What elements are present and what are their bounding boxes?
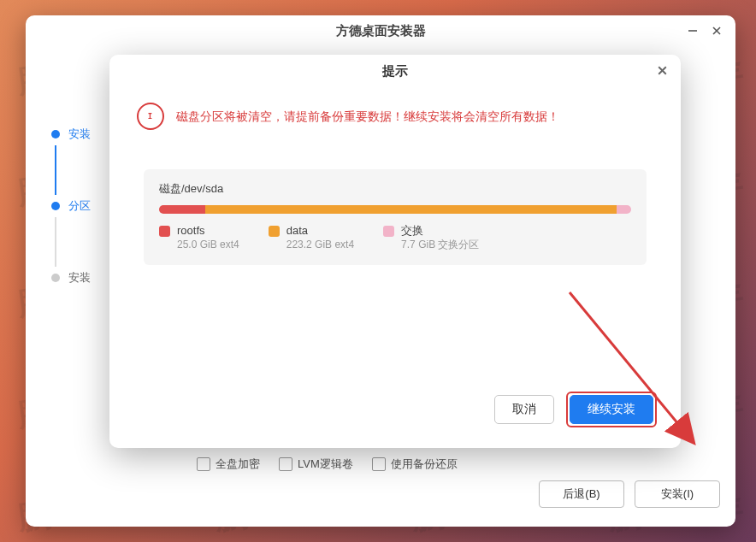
checkbox-restore-backup[interactable]: 使用备份还原 [372, 457, 458, 472]
partition-name: data [286, 224, 354, 239]
checkbox-label: LVM逻辑卷 [298, 457, 353, 472]
dialog-title: 提示 [382, 63, 408, 78]
legend-text: data 223.2 GiB ext4 [286, 224, 354, 251]
continue-install-button[interactable]: 继续安装 [570, 395, 653, 424]
footer-buttons: 后退(B) 安装(I) [539, 480, 720, 508]
step-dot-icon [51, 274, 60, 282]
partition-seg-swap [617, 205, 631, 214]
partition-name: rootfs [177, 224, 239, 239]
dialog-close-button[interactable] [650, 58, 674, 82]
dialog-title-bar: 提示 [109, 55, 681, 87]
button-label: 取消 [512, 402, 536, 417]
minimize-button[interactable] [681, 15, 705, 46]
window-controls [681, 15, 729, 46]
disk-summary-box: 磁盘/dev/sda rootfs 25.0 GiB ext4 d [144, 169, 647, 265]
warning-row: I 磁盘分区将被清空，请提前备份重要数据！继续安装将会清空所有数据！ [109, 87, 681, 130]
legend-swap: 交换 7.7 GiB 交换分区 [383, 224, 479, 251]
button-label: 继续安装 [588, 402, 635, 417]
checkbox-icon [197, 457, 210, 471]
install-button[interactable]: 安装(I) [635, 480, 720, 508]
button-label: 后退(B) [563, 486, 599, 502]
partition-legend: rootfs 25.0 GiB ext4 data 223.2 GiB ext4… [159, 224, 631, 251]
partition-seg-rootfs [159, 205, 205, 214]
close-button[interactable] [705, 15, 729, 46]
legend-text: 交换 7.7 GiB 交换分区 [401, 224, 479, 251]
window-titlebar: 方德桌面安装器 [26, 15, 735, 46]
partition-detail: 25.0 GiB ext4 [177, 239, 239, 252]
step-connector [55, 217, 56, 267]
checkbox-icon [372, 457, 386, 471]
dialog-buttons: 取消 继续安装 [494, 392, 657, 427]
checkbox-icon [279, 457, 292, 471]
partition-seg-data [205, 205, 617, 214]
cancel-button[interactable]: 取消 [494, 395, 554, 424]
button-label: 安装(I) [661, 486, 694, 502]
step-dot-icon [51, 130, 60, 138]
step-dot-icon [51, 202, 60, 210]
legend-data: data 223.2 GiB ext4 [269, 224, 354, 251]
partition-detail: 223.2 GiB ext4 [286, 239, 354, 252]
installer-window: 方德桌面安装器 安装 分区 安装 [26, 15, 735, 527]
partition-detail: 7.7 GiB 交换分区 [401, 239, 479, 252]
step-label: 分区 [68, 198, 91, 214]
checkbox-label: 全盘加密 [216, 457, 260, 472]
step-label: 安装 [68, 127, 91, 142]
partition-name: 交换 [401, 224, 479, 239]
checkbox-full-disk-encrypt[interactable]: 全盘加密 [197, 457, 260, 472]
legend-rootfs: rootfs 25.0 GiB ext4 [159, 224, 239, 251]
swatch-icon [383, 226, 394, 237]
annotation-highlight: 继续安装 [566, 392, 657, 427]
disk-options: 全盘加密 LVM逻辑卷 使用备份还原 [197, 457, 458, 472]
confirm-dialog: 提示 I 磁盘分区将被清空，请提前备份重要数据！继续安装将会清空所有数据！ 磁盘… [109, 55, 681, 448]
swatch-icon [269, 226, 280, 237]
legend-text: rootfs 25.0 GiB ext4 [177, 224, 239, 251]
partition-bar [159, 205, 631, 214]
step-label: 安装 [68, 270, 91, 286]
warning-icon: I [137, 103, 164, 130]
checkbox-lvm[interactable]: LVM逻辑卷 [279, 457, 353, 472]
swatch-icon [159, 226, 170, 237]
window-title: 方德桌面安装器 [336, 23, 426, 38]
step-connector [55, 145, 56, 195]
disk-path: 磁盘/dev/sda [159, 181, 631, 197]
warning-text: 磁盘分区将被清空，请提前备份重要数据！继续安装将会清空所有数据！ [176, 108, 559, 126]
back-button[interactable]: 后退(B) [539, 480, 624, 508]
checkbox-label: 使用备份还原 [391, 457, 458, 472]
